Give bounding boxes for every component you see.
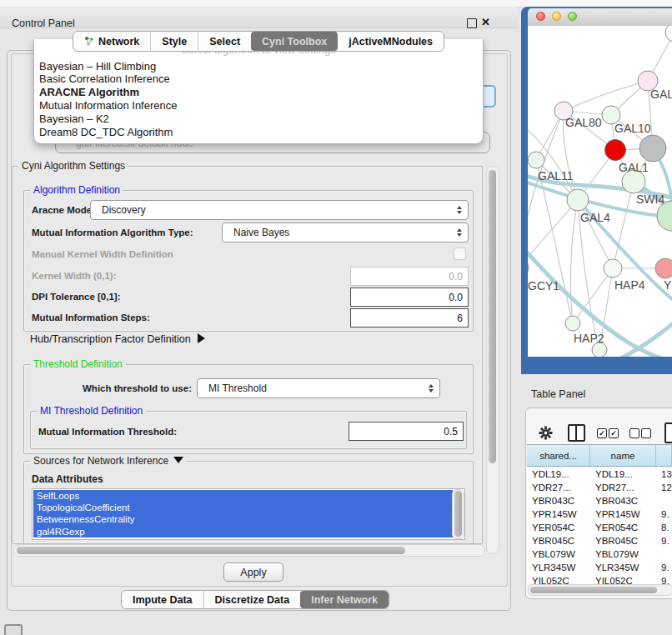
control-panel-titlebar: Control Panel ✕	[0, 7, 517, 28]
settings-hscrollbar-thumb[interactable]	[17, 547, 405, 554]
network-node[interactable]	[605, 140, 626, 161]
close-icon[interactable]: ✕	[481, 16, 490, 28]
table-cell: 8.	[656, 521, 672, 534]
network-edge	[613, 182, 634, 268]
dropdown-item[interactable]: Basic Correlation Inference	[38, 72, 479, 86]
settings-vscrollbar[interactable]	[486, 166, 499, 554]
panel-title: Control Panel	[12, 18, 75, 29]
table-row[interactable]: YPR145WYPR145W9.	[527, 508, 672, 521]
tab-label: Select	[209, 36, 240, 48]
table-cell: YDL19...	[527, 468, 590, 481]
table-row[interactable]: YER054CYER054C8.	[527, 521, 672, 534]
table-row[interactable]: YDR27...YDR27...12	[527, 481, 672, 494]
table-hscrollbar[interactable]	[528, 584, 672, 596]
tab-discretize-data[interactable]: Discretize Data	[203, 591, 301, 608]
data-attributes-label: Data Attributes	[32, 473, 103, 485]
tab-jactivemnodules[interactable]: jActiveMNodules	[338, 32, 444, 51]
tab-label: Network	[98, 36, 139, 48]
table-row[interactable]: YIL052CYIL052C9.	[527, 574, 672, 584]
gear-icon[interactable]	[539, 426, 553, 440]
dropdown-item[interactable]: Bayesian – K2	[38, 112, 479, 126]
tab-style[interactable]: Style	[150, 32, 198, 51]
table-cell: YIL052C	[590, 574, 656, 584]
table-cell: 9.	[656, 508, 672, 521]
apply-button[interactable]: Apply	[223, 562, 283, 582]
manual-kernel-checkbox[interactable]	[454, 248, 466, 260]
dropdown-item[interactable]: Dream8 DC_TDC Algorithm	[38, 126, 479, 139]
floating-mini-icon[interactable]	[4, 624, 23, 635]
table-row[interactable]: YLR345WYLR345W9.	[527, 561, 672, 574]
attribute-list-item[interactable]: BetweennessCentrality	[33, 513, 453, 525]
table-row[interactable]: YBR045CYBR045C9.	[527, 534, 672, 548]
dropdown-item[interactable]: ARACNE Algorithm	[38, 86, 479, 99]
which-threshold-combo[interactable]: MI Threshold	[197, 378, 440, 398]
table-row[interactable]: YBL079WYBL079W	[527, 548, 672, 561]
attributes-vscrollbar[interactable]	[452, 489, 464, 539]
node-label: SWI4	[636, 192, 664, 206]
column-header[interactable]	[656, 445, 672, 466]
node-label: GCY1	[528, 279, 559, 292]
tab-label: Discretize Data	[215, 594, 290, 606]
sources-title[interactable]: Sources for Network Inference	[30, 455, 187, 467]
attribute-list-item[interactable]: gal4RGexp	[33, 526, 453, 538]
node-label: GAL	[650, 88, 672, 101]
attribute-list-item[interactable]: TopologicalCoefficient	[33, 502, 453, 513]
mac-minimize-icon[interactable]	[552, 12, 561, 21]
tab-impute-data[interactable]: Impute Data	[122, 591, 203, 608]
network-window-titlebar[interactable]	[528, 8, 672, 27]
tab-select[interactable]: Select	[198, 32, 251, 51]
attributes-vscrollbar-thumb[interactable]	[454, 491, 462, 537]
table-cell: YBR045C	[527, 534, 590, 548]
network-node[interactable]	[665, 26, 672, 42]
column-header[interactable]: name	[590, 445, 656, 466]
mi-type-combo[interactable]: Naive Bayes	[222, 222, 469, 242]
threshold-definition-title: Threshold Definition	[30, 358, 126, 370]
kernel-width-label: Kernel Width (0,1):	[32, 271, 116, 281]
tab-network[interactable]: Network	[73, 32, 150, 51]
dropdown-item[interactable]: Bayesian – Hill Climbing	[38, 60, 479, 73]
which-threshold-value: MI Threshold	[208, 382, 267, 394]
table-row[interactable]: YDL19...YDL19...13	[527, 468, 672, 481]
tab-infer-network[interactable]: Infer Network	[300, 591, 389, 608]
mac-close-icon[interactable]	[536, 12, 545, 21]
unchecked-checkbox-icon[interactable]	[641, 428, 651, 438]
network-node[interactable]	[604, 259, 622, 278]
node-label: HAP2	[574, 332, 604, 345]
network-node[interactable]	[528, 152, 544, 168]
table-cell: YLR345W	[527, 561, 590, 574]
settings-hscrollbar[interactable]	[13, 544, 485, 557]
table-hscrollbar-thumb[interactable]	[530, 587, 657, 593]
node-label: HAP4	[614, 278, 645, 292]
tab-label: Style	[162, 36, 187, 48]
table-row[interactable]: YBR043CYBR043C	[527, 494, 672, 508]
column-header[interactable]: shared...	[527, 445, 590, 466]
aracne-mode-combo[interactable]: Discovery	[90, 200, 469, 220]
mi-threshold-input[interactable]: 0.5	[349, 422, 464, 441]
mac-zoom-icon[interactable]	[568, 12, 577, 21]
network-graph: GALGAL80GAL10GAL1GAL11SWI4GAL4GCY1HAP4YH…	[528, 26, 672, 357]
network-node[interactable]	[528, 258, 529, 278]
dropdown-item[interactable]: Mutual Information Inference	[38, 99, 479, 112]
settings-vscrollbar-thumb[interactable]	[489, 170, 496, 463]
attribute-list-item[interactable]: SelfLoops	[33, 490, 453, 502]
network-node[interactable]	[567, 189, 589, 211]
checked-checkbox-icon[interactable]: ✓	[597, 428, 607, 438]
kernel-width-input[interactable]: 0.0	[350, 267, 469, 286]
network-node[interactable]	[639, 135, 666, 162]
mi-steps-label: Mutual Information Steps:	[32, 312, 150, 322]
mi-steps-input[interactable]: 6	[350, 308, 469, 328]
tab-label: Infer Network	[311, 594, 378, 606]
data-attributes-list[interactable]: SelfLoopsTopologicalCoefficientBetweenne…	[32, 488, 465, 540]
split-columns-icon[interactable]	[568, 424, 585, 442]
table-cell: YPR145W	[590, 508, 656, 521]
float-panel-icon[interactable]	[467, 18, 477, 28]
hub-section-toggle[interactable]: Hub/Transcription Factor Definition	[30, 333, 205, 345]
tab-cyni-toolbox[interactable]: Cyni Toolbox	[251, 32, 338, 51]
checked-checkbox-icon[interactable]: ✓	[609, 428, 619, 438]
network-node[interactable]	[655, 258, 672, 278]
network-node[interactable]	[565, 316, 580, 331]
unchecked-checkbox-icon[interactable]	[629, 428, 639, 438]
network-canvas[interactable]: GALGAL80GAL10GAL1GAL11SWI4GAL4GCY1HAP4YH…	[528, 26, 672, 357]
dpi-tolerance-input[interactable]: 0.0	[350, 288, 469, 307]
document-icon-partial[interactable]	[664, 422, 672, 443]
